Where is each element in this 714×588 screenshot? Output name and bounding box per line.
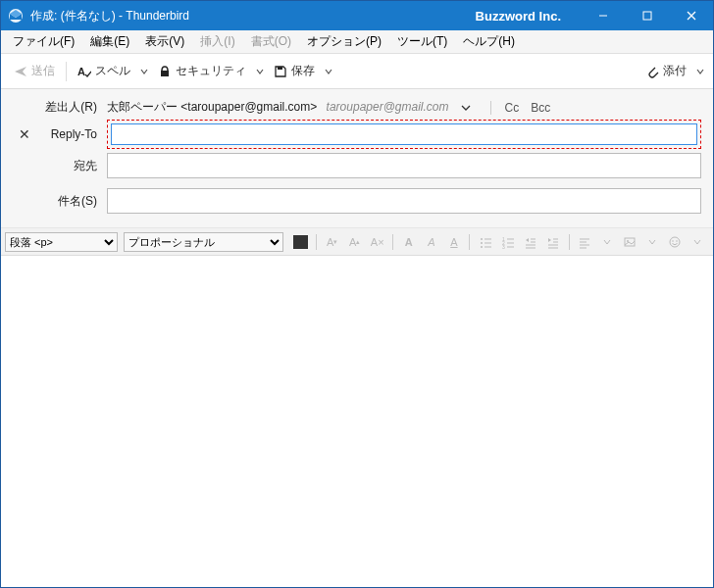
subject-input[interactable]	[107, 188, 701, 214]
paperclip-icon	[645, 65, 659, 78]
to-row: ✕ 宛先	[13, 153, 701, 178]
save-button[interactable]: 保存	[268, 59, 321, 83]
window-title: 作成: (件名なし) - Thunderbird	[30, 8, 189, 24]
spell-icon: A	[77, 65, 91, 78]
emoji-icon[interactable]	[665, 231, 686, 253]
menu-tools[interactable]: ツール(T)	[389, 30, 455, 53]
address-area: 差出人(R) 太郎ペーパー <taroupaper@gmail.com> tar…	[1, 89, 713, 228]
menu-edit[interactable]: 編集(E)	[82, 30, 137, 53]
from-value[interactable]: 太郎ペーパー <taroupaper@gmail.com> taroupaper…	[107, 99, 449, 116]
menubar: ファイル(F) 編集(E) 表示(V) 挿入(I) 書式(O) オプション(P)…	[1, 30, 713, 54]
from-dropdown[interactable]	[461, 103, 471, 113]
attach-dropdown[interactable]	[693, 68, 707, 75]
svg-point-12	[481, 246, 483, 248]
svg-rect-7	[278, 67, 282, 70]
from-identity: 太郎ペーパー <taroupaper@gmail.com>	[107, 100, 317, 114]
to-label: 宛先	[36, 158, 107, 174]
save-icon	[274, 65, 287, 78]
replyto-label: Reply-To	[36, 127, 107, 141]
format-toolbar: 段落 <p> プロポーショナル A▾ A▴ A× A A A 123	[1, 228, 713, 256]
message-body[interactable]	[1, 256, 713, 587]
bold-icon[interactable]: A	[398, 231, 419, 253]
insert-image-icon[interactable]	[620, 231, 640, 253]
attach-label: 添付	[663, 63, 687, 79]
cc-button[interactable]: Cc	[505, 101, 520, 115]
svg-text:A: A	[77, 66, 85, 77]
send-icon	[14, 65, 27, 78]
svg-point-8	[481, 238, 483, 240]
menu-format[interactable]: 書式(O)	[243, 30, 299, 53]
menu-file[interactable]: ファイル(F)	[5, 30, 82, 53]
font-select[interactable]: プロポーショナル	[124, 232, 283, 252]
svg-text:3: 3	[502, 244, 505, 249]
underline-icon[interactable]: A	[443, 231, 464, 253]
send-button[interactable]: 送信	[8, 59, 61, 83]
italic-icon[interactable]: A	[421, 231, 441, 253]
from-label: 差出人(R)	[36, 99, 107, 116]
bullet-list-icon[interactable]	[475, 231, 495, 253]
subject-row: 件名(S)	[13, 188, 701, 214]
block-format-select[interactable]: 段落 <p>	[5, 232, 118, 252]
menu-view[interactable]: 表示(V)	[137, 30, 192, 53]
svg-rect-6	[161, 71, 169, 76]
from-row: 差出人(R) 太郎ペーパー <taroupaper@gmail.com> tar…	[13, 99, 701, 116]
font-size-reset-icon[interactable]: A×	[367, 231, 387, 253]
spell-dropdown[interactable]	[137, 68, 151, 75]
from-hint: taroupaper@gmail.com	[327, 100, 449, 114]
remove-replyto-button[interactable]: ✕	[13, 126, 36, 142]
align-icon[interactable]	[575, 231, 595, 253]
menu-insert[interactable]: 挿入(I)	[192, 30, 242, 53]
replyto-highlight	[107, 120, 701, 149]
save-label: 保存	[291, 63, 315, 79]
minimize-button[interactable]	[581, 1, 625, 30]
send-label: 送信	[31, 63, 55, 79]
indent-icon[interactable]	[543, 231, 564, 253]
svg-point-36	[677, 240, 679, 242]
insert-dropdown-icon[interactable]	[642, 231, 663, 253]
lock-icon	[158, 65, 172, 78]
app-icon	[7, 7, 25, 24]
titlebar: 作成: (件名なし) - Thunderbird Buzzword Inc.	[1, 1, 713, 30]
font-size-decrease-icon[interactable]: A▾	[322, 231, 342, 253]
font-size-increase-icon[interactable]: A▴	[344, 231, 365, 253]
security-button[interactable]: セキュリティ	[152, 59, 252, 83]
outdent-icon[interactable]	[521, 231, 541, 253]
menu-options[interactable]: オプション(P)	[299, 30, 389, 53]
spell-label: スペル	[95, 63, 130, 79]
close-button[interactable]	[669, 1, 713, 30]
replyto-row: ✕ Reply-To	[13, 120, 701, 149]
save-dropdown[interactable]	[322, 68, 335, 75]
svg-point-10	[481, 242, 483, 244]
brand-label: Buzzword Inc.	[476, 9, 561, 24]
svg-rect-2	[643, 12, 651, 20]
security-label: セキュリティ	[176, 63, 246, 79]
maximize-button[interactable]	[625, 1, 669, 30]
spell-button[interactable]: A スペル	[72, 59, 136, 83]
to-input[interactable]	[107, 153, 701, 178]
replyto-input[interactable]	[111, 123, 697, 145]
svg-point-35	[673, 240, 675, 242]
align-dropdown-icon[interactable]	[597, 231, 618, 253]
emoji-dropdown-icon[interactable]	[688, 231, 708, 253]
subject-label: 件名(S)	[13, 193, 107, 210]
svg-point-34	[670, 237, 680, 247]
menu-help[interactable]: ヘルプ(H)	[455, 30, 523, 53]
security-dropdown[interactable]	[253, 68, 267, 75]
attach-button[interactable]: 添付	[639, 59, 692, 83]
bcc-button[interactable]: Bcc	[531, 101, 550, 115]
color-swatch[interactable]	[293, 235, 308, 249]
main-toolbar: 送信 A スペル セキュリティ 保存 添付	[1, 54, 713, 89]
number-list-icon[interactable]: 123	[497, 231, 518, 253]
